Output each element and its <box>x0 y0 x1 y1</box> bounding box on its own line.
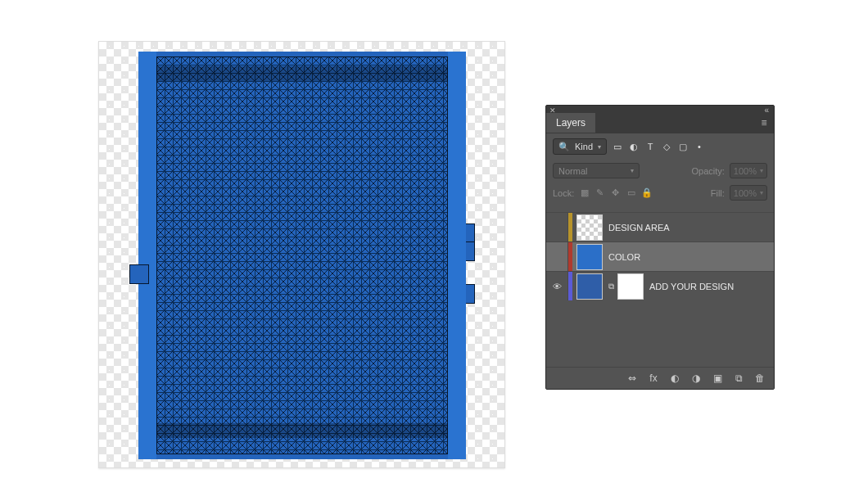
layer-list: DESIGN AREA COLOR 👁 ⧉ ADD YOUR DESIGN <box>546 212 774 366</box>
filter-artboard-icon[interactable]: • <box>694 141 705 152</box>
layer-thumbnail[interactable] <box>576 214 603 241</box>
blend-mode-value: Normal <box>558 166 587 176</box>
panel-footer: ⇔ fx ◐ ◑ ▣ ⧉ 🗑 <box>546 367 774 389</box>
layer-row[interactable]: 👁 ⧉ ADD YOUR DESIGN <box>546 271 774 300</box>
mesh-handle[interactable] <box>129 264 149 284</box>
eye-icon: 👁 <box>553 282 562 291</box>
filter-adjust-icon[interactable]: ◐ <box>628 141 640 152</box>
layer-row[interactable]: DESIGN AREA <box>546 212 774 241</box>
tab-layers[interactable]: Layers <box>546 113 595 133</box>
mesh-top-band <box>156 66 448 81</box>
layer-color-swatch <box>568 242 572 271</box>
layer-row[interactable]: COLOR <box>546 241 774 271</box>
opacity-value: 100% <box>734 166 757 176</box>
collapse-icon[interactable]: « <box>764 106 769 115</box>
trash-icon[interactable]: 🗑 <box>754 372 766 384</box>
mesh-handle[interactable] <box>455 241 475 261</box>
canvas-stage <box>98 41 505 468</box>
layer-color-swatch <box>568 213 572 241</box>
filter-shape-icon[interactable]: ◇ <box>661 141 672 152</box>
fill-input[interactable]: 100% ▾ <box>730 185 767 201</box>
opacity-input[interactable]: 100% ▾ <box>730 163 767 178</box>
fill-value: 100% <box>734 188 757 198</box>
new-group-icon[interactable]: ▣ <box>712 372 723 384</box>
visibility-toggle[interactable] <box>546 213 568 241</box>
add-mask-icon[interactable]: ◐ <box>669 372 680 384</box>
mesh-bottom-band <box>156 423 448 438</box>
layer-filter-row: 🔍 Kind ▾ ▭ ◐ T ◇ ▢ • <box>546 133 774 160</box>
fill-label: Fill: <box>711 188 725 198</box>
panel-tabs: Layers ≡ <box>546 112 774 133</box>
lock-row: Lock: ▩ ✎ ✥ ▭ 🔒 Fill: 100% ▾ <box>546 182 774 204</box>
opacity-label: Opacity: <box>692 166 725 176</box>
visibility-toggle[interactable] <box>546 242 568 271</box>
layer-thumbnail[interactable] <box>576 273 603 300</box>
filter-type-icon[interactable]: T <box>644 141 656 152</box>
search-icon: 🔍 <box>558 142 570 152</box>
chevron-down-icon: ▾ <box>760 167 763 174</box>
lock-label: Lock: <box>553 188 574 198</box>
chevron-down-icon: ▾ <box>631 167 634 174</box>
mask-link-icon[interactable]: ⧉ <box>607 282 615 291</box>
chevron-down-icon: ▾ <box>598 143 601 151</box>
blend-mode-select[interactable]: Normal ▾ <box>553 163 640 178</box>
mesh-overlay <box>156 56 448 454</box>
layer-thumbnail[interactable] <box>576 244 603 270</box>
filter-kind-select[interactable]: 🔍 Kind ▾ <box>553 138 607 155</box>
lock-brush-icon[interactable]: ✎ <box>594 187 605 198</box>
filter-smart-icon[interactable]: ▢ <box>677 141 689 152</box>
filter-kind-label: Kind <box>575 142 593 151</box>
adjustment-layer-icon[interactable]: ◑ <box>690 372 702 384</box>
layers-panel: ✕ « Layers ≡ 🔍 Kind ▾ ▭ ◐ T ◇ ▢ • Normal… <box>545 105 775 390</box>
lock-artboard-icon[interactable]: ▭ <box>626 187 636 198</box>
chevron-down-icon: ▾ <box>760 189 763 196</box>
layer-mask-thumbnail[interactable] <box>617 273 644 300</box>
fx-icon[interactable]: fx <box>648 372 659 384</box>
filter-image-icon[interactable]: ▭ <box>612 141 623 152</box>
lock-transparency-icon[interactable]: ▩ <box>579 187 590 198</box>
visibility-toggle[interactable]: 👁 <box>546 272 568 300</box>
lock-position-icon[interactable]: ✥ <box>610 187 621 198</box>
layer-name[interactable]: COLOR <box>608 252 640 262</box>
mesh-handle[interactable] <box>455 223 475 243</box>
new-layer-icon[interactable]: ⧉ <box>733 372 744 384</box>
link-layers-icon[interactable]: ⇔ <box>626 372 638 384</box>
mesh-handle[interactable] <box>455 284 475 304</box>
layer-name[interactable]: ADD YOUR DESIGN <box>649 282 734 291</box>
layer-name[interactable]: DESIGN AREA <box>608 223 670 232</box>
panel-grip[interactable]: ✕ « <box>546 106 774 112</box>
close-icon[interactable]: ✕ <box>549 106 556 115</box>
lock-all-icon[interactable]: 🔒 <box>641 187 652 198</box>
panel-menu-icon[interactable]: ≡ <box>754 117 774 129</box>
blend-row: Normal ▾ Opacity: 100% ▾ <box>546 160 774 182</box>
garment-artwork[interactable] <box>138 52 466 459</box>
layer-color-swatch <box>568 272 572 300</box>
